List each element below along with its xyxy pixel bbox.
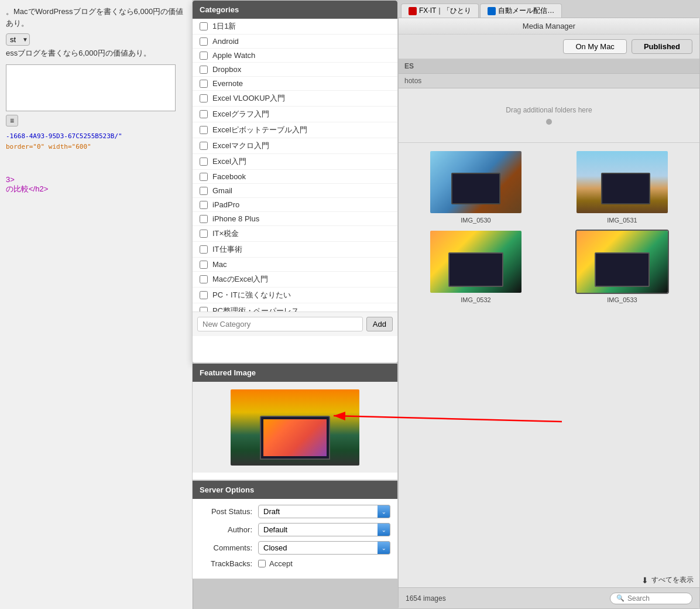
code-area: -1668-4A93-95D3-67C5255B523B/" border="0… — [6, 131, 187, 152]
category-label: iPadPro — [212, 200, 239, 209]
category-item[interactable]: Dropbox — [193, 63, 397, 77]
category-item[interactable]: 1日1新 — [193, 19, 397, 35]
category-label: Excel入門 — [212, 156, 246, 167]
mm-image-item[interactable]: IMG_0532 — [406, 230, 546, 303]
category-checkbox[interactable] — [200, 94, 208, 102]
category-checkbox[interactable] — [200, 110, 208, 118]
mm-tab-published[interactable]: Published — [632, 39, 692, 54]
category-checkbox[interactable] — [200, 80, 208, 88]
trackbacks-row: TrackBacks: Accept — [200, 559, 390, 568]
featured-image-panel: Featured Image — [192, 363, 398, 480]
mm-image-label: IMG_0532 — [461, 296, 490, 303]
mm-image-count: 1654 images — [406, 594, 446, 603]
media-manager-title: Media Manager — [523, 22, 575, 30]
category-item[interactable]: PC整理術・ペーパーレス — [193, 303, 397, 312]
category-checkbox[interactable] — [200, 158, 208, 166]
category-checkbox[interactable] — [200, 22, 208, 30]
category-checkbox[interactable] — [200, 215, 208, 223]
category-item[interactable]: IT×税金 — [193, 226, 397, 242]
category-item[interactable]: Evernote — [193, 77, 397, 91]
new-category-input[interactable] — [197, 317, 363, 331]
category-item[interactable]: Android — [193, 35, 397, 49]
category-label: PC整理術・ペーパーレス — [212, 306, 299, 312]
comments-select[interactable]: Closed Open — [258, 541, 390, 555]
category-label: Excelグラフ入門 — [212, 109, 269, 119]
add-category-button[interactable]: Add — [366, 317, 393, 331]
mm-footer: 1654 images 🔍 — [399, 587, 699, 608]
mm-show-all-button[interactable]: ⬇ すべてを表示 — [641, 575, 694, 585]
mm-image-thumb[interactable] — [429, 230, 523, 294]
categories-panel: Categories 1日1新AndroidApple WatchDropbox… — [192, 0, 398, 363]
category-label: Excelマクロ入門 — [212, 141, 269, 151]
category-item[interactable]: iPadPro — [193, 198, 397, 212]
mm-search-box: 🔍 — [610, 593, 692, 604]
category-item[interactable]: Excelマクロ入門 — [193, 138, 397, 154]
mm-image-item[interactable]: IMG_0533 — [552, 230, 692, 303]
browser-tab-2[interactable]: 自動メール配信… — [480, 4, 562, 18]
category-checkbox[interactable] — [200, 261, 208, 269]
featured-image-placeholder — [231, 389, 359, 466]
server-options-content: Post Status: Draft Published Private Aut… — [193, 499, 397, 579]
browser-tab-bar: FX·IT｜「ひとり 自動メール配信… — [398, 0, 700, 18]
comments-row: Comments: Closed Open — [200, 541, 390, 555]
server-options-title: Server Options — [200, 485, 254, 494]
category-item[interactable]: Mac — [193, 258, 397, 272]
category-item[interactable]: Apple Watch — [193, 49, 397, 63]
mm-image-thumb[interactable] — [429, 150, 523, 214]
category-item[interactable]: Facebook — [193, 170, 397, 184]
category-item[interactable]: iPhone 8 Plus — [193, 212, 397, 226]
category-checkbox[interactable] — [200, 245, 208, 254]
category-item[interactable]: Gmail — [193, 184, 397, 198]
category-item[interactable]: Excelピボットテーブル入門 — [193, 122, 397, 138]
category-checkbox[interactable] — [200, 187, 208, 195]
category-item[interactable]: IT仕事術 — [193, 242, 397, 258]
author-select[interactable]: Default — [258, 523, 390, 536]
category-checkbox[interactable] — [200, 66, 208, 74]
category-item[interactable]: MacのExcel入門 — [193, 272, 397, 288]
author-row: Author: Default — [200, 523, 390, 536]
category-checkbox[interactable] — [200, 37, 208, 46]
category-checkbox[interactable] — [200, 126, 208, 134]
category-checkbox[interactable] — [200, 52, 208, 60]
editor-select-wrap: st ▼ — [6, 33, 30, 46]
mm-search-input[interactable] — [627, 594, 686, 603]
mm-drag-zone[interactable]: Drag additional folders here — [399, 88, 699, 143]
mm-image-item[interactable]: IMG_0531 — [552, 150, 692, 224]
category-checkbox[interactable] — [200, 291, 208, 299]
category-item[interactable]: Excel VLOOKUP入門 — [193, 91, 397, 107]
browser-tab-1[interactable]: FX·IT｜「ひとり — [401, 4, 479, 18]
post-status-select[interactable]: Draft Published Private — [258, 505, 390, 518]
comments-label: Comments: — [200, 543, 258, 552]
h2-content: の比較</h2> — [6, 184, 48, 193]
editor-text-jp: essブログを書くなら6,000円の価値あり。 — [6, 48, 187, 59]
category-label: Apple Watch — [212, 51, 255, 60]
accept-label: Accept — [269, 559, 293, 568]
mm-image-thumb-inner — [577, 151, 668, 213]
category-checkbox[interactable] — [200, 201, 208, 209]
category-checkbox[interactable] — [200, 173, 208, 181]
toolbar-align-btn[interactable]: ≡ — [6, 115, 18, 126]
category-item[interactable]: PC・ITに強くなりたい — [193, 288, 397, 303]
tab-label-2: 自動メール配信… — [498, 6, 554, 16]
category-item[interactable]: Excel入門 — [193, 154, 397, 170]
category-label: Excelピボットテーブル入門 — [212, 125, 307, 135]
download-icon: ⬇ — [641, 576, 648, 585]
category-checkbox[interactable] — [200, 230, 208, 238]
editor-text-area[interactable] — [6, 64, 176, 111]
editor-select[interactable]: st — [6, 33, 30, 46]
mm-image-item[interactable]: IMG_0530 — [406, 150, 546, 224]
mm-tab-on-my-mac[interactable]: On My Mac — [563, 39, 626, 54]
mm-image-thumb[interactable] — [575, 150, 669, 214]
category-checkbox[interactable] — [200, 275, 208, 283]
category-checkbox[interactable] — [200, 142, 208, 150]
post-status-label: Post Status: — [200, 507, 258, 516]
category-label: Android — [212, 37, 239, 46]
category-checkbox[interactable] — [200, 307, 208, 312]
categories-list[interactable]: 1日1新AndroidApple WatchDropboxEvernoteExc… — [193, 19, 397, 312]
category-item[interactable]: Excelグラフ入門 — [193, 107, 397, 122]
mm-image-thumb[interactable] — [575, 230, 669, 294]
featured-image-content[interactable] — [193, 382, 397, 473]
mm-image-thumb-inner — [430, 231, 521, 293]
search-icon: 🔍 — [616, 594, 624, 602]
trackbacks-checkbox[interactable] — [258, 560, 266, 567]
